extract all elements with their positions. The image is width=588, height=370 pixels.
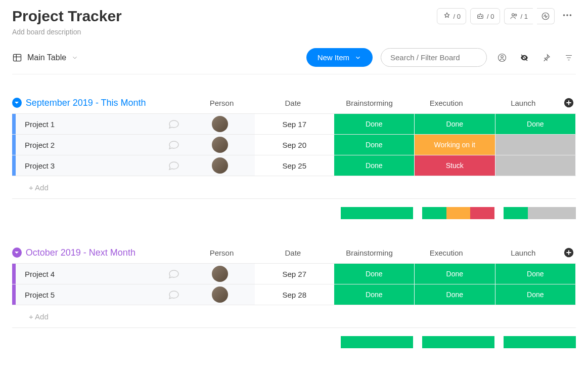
- group-title[interactable]: September 2019 - This Month: [26, 98, 189, 108]
- column-header-date[interactable]: Date: [255, 249, 331, 257]
- status-cell[interactable]: Stuck: [415, 155, 495, 176]
- column-header-launch[interactable]: Launch: [485, 249, 562, 257]
- svg-point-8: [570, 14, 572, 16]
- summary-segment: [504, 207, 528, 219]
- summary-segment: [528, 207, 576, 219]
- add-row-label: + Add: [16, 183, 49, 192]
- pin-button[interactable]: [539, 51, 554, 65]
- column-header-execution[interactable]: Execution: [408, 249, 485, 257]
- status-cell[interactable]: Done: [334, 264, 415, 284]
- person-cell[interactable]: [186, 264, 255, 284]
- table-row[interactable]: Project 3 Sep 25 DoneStuck: [12, 155, 576, 176]
- person-cell[interactable]: [186, 284, 255, 305]
- status-cell[interactable]: Done: [415, 284, 495, 305]
- group-title[interactable]: October 2019 - Next Month: [26, 248, 189, 258]
- summary-segment: [504, 336, 576, 348]
- date-cell[interactable]: Sep 25: [255, 155, 334, 176]
- group-collapse-toggle[interactable]: [12, 248, 22, 258]
- date-cell[interactable]: Sep 28: [255, 284, 334, 305]
- status-cell[interactable]: Done: [334, 135, 415, 155]
- search-input[interactable]: [381, 48, 487, 67]
- date-cell[interactable]: Sep 20: [255, 135, 334, 155]
- column-header-person[interactable]: Person: [189, 99, 255, 107]
- members-count: / 1: [521, 13, 528, 20]
- table-row[interactable]: Project 4 Sep 27 DoneDoneDone: [12, 263, 576, 284]
- integration-icon: [442, 12, 451, 21]
- chat-icon: [168, 139, 180, 151]
- summary-segment: [341, 336, 413, 348]
- board-description[interactable]: Add board description: [12, 28, 122, 36]
- summary-segment: [446, 207, 471, 219]
- new-item-button[interactable]: New Item: [306, 48, 373, 67]
- caret-down-icon: [14, 100, 19, 105]
- row-name[interactable]: Project 4: [16, 264, 162, 284]
- row-name[interactable]: Project 3: [16, 155, 162, 176]
- add-row[interactable]: + Add: [12, 305, 576, 328]
- row-conversation-button[interactable]: [162, 264, 186, 284]
- automations-pill[interactable]: / 0: [470, 8, 500, 24]
- activity-pill[interactable]: [537, 8, 555, 24]
- pulse-icon: [541, 12, 550, 21]
- summary-segment: [422, 207, 446, 219]
- status-cell[interactable]: Done: [415, 114, 495, 134]
- svg-point-1: [479, 16, 480, 17]
- column-header-brainstorming[interactable]: Brainstorming: [331, 249, 408, 257]
- svg-rect-9: [14, 54, 21, 61]
- summary-cell: [341, 207, 413, 219]
- column-header-date[interactable]: Date: [255, 99, 331, 107]
- status-cell[interactable]: Done: [495, 264, 576, 284]
- date-cell[interactable]: Sep 17: [255, 114, 334, 134]
- status-cell[interactable]: Done: [334, 155, 415, 176]
- status-cell[interactable]: Done: [495, 114, 576, 134]
- table-row[interactable]: Project 1 Sep 17 DoneDoneDone: [12, 113, 576, 134]
- column-header-execution[interactable]: Execution: [408, 99, 485, 107]
- automations-count: / 0: [487, 13, 494, 20]
- summary-cell: [504, 207, 576, 219]
- row-name[interactable]: Project 1: [16, 114, 162, 134]
- view-selector[interactable]: Main Table: [12, 53, 78, 63]
- svg-point-7: [566, 14, 568, 16]
- date-cell[interactable]: Sep 27: [255, 264, 334, 284]
- hide-columns-button[interactable]: [517, 51, 531, 65]
- table-row[interactable]: Project 5 Sep 28 DoneDoneDone: [12, 284, 576, 305]
- person-cell[interactable]: [186, 135, 255, 155]
- row-name[interactable]: Project 2: [16, 135, 162, 155]
- row-conversation-button[interactable]: [162, 114, 186, 134]
- chat-icon: [168, 289, 180, 301]
- new-item-label: New Item: [318, 53, 349, 62]
- row-conversation-button[interactable]: [162, 284, 186, 305]
- plus-circle-icon: [563, 97, 574, 108]
- add-column-button[interactable]: [562, 247, 576, 258]
- column-header-person[interactable]: Person: [189, 249, 255, 257]
- caret-down-icon: [14, 250, 19, 255]
- svg-rect-0: [478, 15, 483, 19]
- status-cell[interactable]: Done: [415, 264, 495, 284]
- status-cell[interactable]: Working on it: [415, 135, 495, 155]
- status-cell[interactable]: Done: [334, 114, 415, 134]
- person-filter-button[interactable]: [495, 51, 509, 65]
- person-cell[interactable]: [186, 155, 255, 176]
- add-column-button[interactable]: [562, 97, 576, 108]
- filter-button[interactable]: [562, 51, 576, 65]
- members-pill[interactable]: / 1: [504, 8, 533, 24]
- integrations-pill[interactable]: / 0: [437, 8, 466, 24]
- column-header-brainstorming[interactable]: Brainstorming: [331, 99, 408, 107]
- row-conversation-button[interactable]: [162, 155, 186, 176]
- row-color-bar: [12, 284, 16, 305]
- integrations-count: / 0: [454, 13, 461, 20]
- row-conversation-button[interactable]: [162, 135, 186, 155]
- group-collapse-toggle[interactable]: [12, 98, 22, 108]
- add-row[interactable]: + Add: [12, 176, 576, 199]
- status-cell[interactable]: [495, 135, 576, 155]
- column-header-launch[interactable]: Launch: [485, 99, 562, 107]
- chevron-down-icon: [71, 54, 78, 61]
- person-cell[interactable]: [186, 114, 255, 134]
- more-menu-button[interactable]: [559, 8, 576, 25]
- status-cell[interactable]: Done: [495, 284, 576, 305]
- avatar: [212, 266, 228, 282]
- people-icon: [510, 12, 519, 21]
- row-name[interactable]: Project 5: [16, 284, 162, 305]
- status-cell[interactable]: [495, 155, 576, 176]
- table-row[interactable]: Project 2 Sep 20 DoneWorking on it: [12, 134, 576, 155]
- status-cell[interactable]: Done: [334, 284, 415, 305]
